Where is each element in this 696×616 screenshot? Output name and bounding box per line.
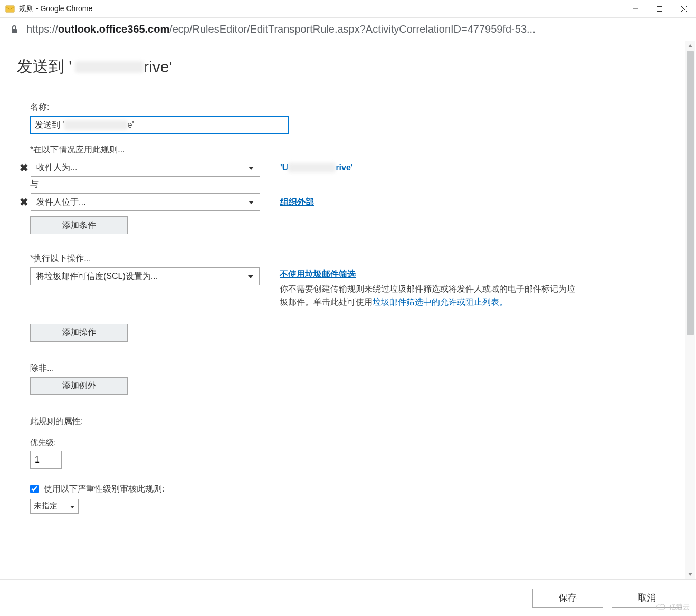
svg-rect-2 xyxy=(657,6,662,11)
scrollbar-thumb[interactable] xyxy=(687,51,694,335)
condition-row-2: ✖ 发件人位于... 组织外部 xyxy=(17,193,592,211)
redacted-text xyxy=(75,61,144,73)
remove-condition-2-button[interactable]: ✖ xyxy=(17,196,31,208)
chevron-down-icon xyxy=(247,272,254,281)
maximize-button[interactable] xyxy=(647,0,672,18)
name-label: 名称: xyxy=(30,102,592,113)
priority-label: 优先级: xyxy=(30,438,592,448)
page-title: 发送到 ' rive' xyxy=(17,56,592,78)
minimize-button[interactable] xyxy=(623,0,647,18)
and-label: 与 xyxy=(30,179,592,190)
remove-condition-1-button[interactable]: ✖ xyxy=(17,161,31,174)
action-description: 不使用垃圾邮件筛选 你不需要创建传输规则来绕过垃圾邮件筛选或将发件人或域的电子邮… xyxy=(280,267,575,309)
action-select[interactable]: 将垃圾邮件可信度(SCL)设置为... xyxy=(30,267,260,285)
scroll-down-icon[interactable] xyxy=(685,570,695,579)
close-button[interactable] xyxy=(672,0,696,18)
scroll-up-icon[interactable] xyxy=(685,41,695,51)
chevron-down-icon xyxy=(70,502,75,511)
condition-2-select[interactable]: 发件人位于... xyxy=(31,193,260,211)
add-condition-button[interactable]: 添加条件 xyxy=(30,216,128,234)
condition-2-value[interactable]: 组织外部 xyxy=(280,197,314,208)
condition-1-value[interactable]: 'Urive' xyxy=(280,163,353,173)
bottom-bar: 保存 取消 xyxy=(0,579,696,616)
condition-1-select[interactable]: 收件人为... xyxy=(31,159,260,177)
audit-checkbox[interactable] xyxy=(30,485,39,493)
app-icon xyxy=(5,4,15,14)
condition-row-1: ✖ 收件人为... 'Urive' xyxy=(17,159,592,177)
apply-rule-label: *在以下情况应用此规则... xyxy=(30,145,592,156)
chevron-down-icon xyxy=(248,197,254,207)
svg-rect-5 xyxy=(12,29,17,33)
lock-icon xyxy=(9,25,19,34)
severity-select[interactable]: 未指定 xyxy=(30,499,79,514)
action-label: *执行以下操作... xyxy=(30,253,592,264)
address-bar: https://outlook.office365.com/ecp/RulesE… xyxy=(0,18,696,41)
spam-filter-link[interactable]: 垃圾邮件筛选中的允许或阻止列表。 xyxy=(373,297,508,306)
chevron-down-icon xyxy=(248,163,254,172)
window-titlebar: 规则 - Google Chrome xyxy=(0,0,696,18)
except-label: 除非... xyxy=(30,363,592,374)
watermark: 亿速云 xyxy=(655,602,690,612)
content-area: 发送到 ' rive' 名称: 发送到 ' e' *在以下情况应用此规则... … xyxy=(0,41,685,579)
priority-input[interactable]: 1 xyxy=(30,451,62,469)
audit-checkbox-label: 使用以下严重性级别审核此规则: xyxy=(44,484,164,495)
vertical-scrollbar[interactable] xyxy=(685,41,695,579)
save-button[interactable]: 保存 xyxy=(532,589,603,608)
window-title: 规则 - Google Chrome xyxy=(19,4,623,14)
add-exception-button[interactable]: 添加例外 xyxy=(30,377,128,395)
action-value-link[interactable]: 不使用垃圾邮件筛选 xyxy=(280,267,575,281)
add-action-button[interactable]: 添加操作 xyxy=(30,324,128,342)
url-text[interactable]: https://outlook.office365.com/ecp/RulesE… xyxy=(26,23,536,35)
name-input[interactable]: 发送到 ' e' xyxy=(30,116,289,134)
svg-rect-0 xyxy=(6,6,14,12)
properties-label: 此规则的属性: xyxy=(30,416,592,427)
